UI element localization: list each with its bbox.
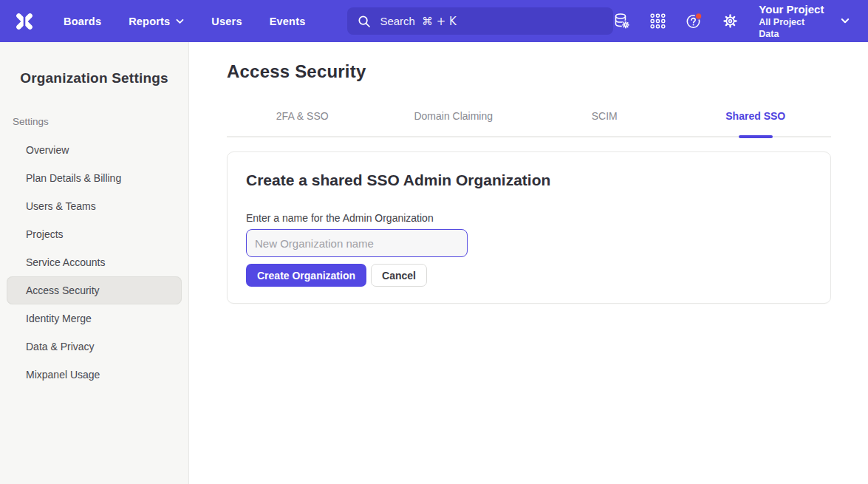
search-icon (358, 15, 371, 28)
main-content: Access Security 2FA & SSO Domain Claimin… (189, 42, 868, 484)
org-name-input[interactable] (246, 229, 468, 257)
sidebar-item-overview[interactable]: Overview (7, 136, 182, 164)
card-title: Create a shared SSO Admin Organization (246, 171, 812, 189)
project-selector-labels: Your Project All Project Data (759, 2, 824, 40)
navbar-icon-group (613, 13, 738, 30)
search-input[interactable]: Search ⌘ + K (347, 7, 613, 35)
sidebar-section-label: Settings (13, 116, 188, 127)
search-shortcut: ⌘ + K (422, 15, 457, 28)
mixpanel-logo-icon[interactable] (13, 10, 35, 33)
nav-reports-label: Reports (129, 16, 170, 27)
sidebar-nav-list: Overview Plan Details & Billing Users & … (0, 136, 188, 389)
tab-shared-sso[interactable]: Shared SSO (680, 110, 832, 136)
nav-events[interactable]: Events (270, 16, 306, 27)
help-icon[interactable] (686, 13, 703, 30)
org-settings-sidebar: Organization Settings Settings Overview … (0, 42, 189, 484)
sidebar-item-identity-merge[interactable]: Identity Merge (7, 304, 182, 333)
chevron-down-icon (841, 18, 850, 24)
mixpanel-logo-glyph (13, 10, 35, 33)
tab-2fa-sso[interactable]: 2FA & SSO (227, 110, 378, 136)
project-data-view: All Project Data (759, 16, 824, 40)
sidebar-item-service-accounts[interactable]: Service Accounts (7, 248, 182, 276)
tab-domain-claiming[interactable]: Domain Claiming (378, 110, 530, 136)
sidebar-item-projects[interactable]: Projects (7, 220, 182, 248)
org-name-label: Enter a name for the Admin Organization (246, 212, 812, 224)
project-name: Your Project (759, 2, 824, 16)
tab-scim[interactable]: SCIM (529, 110, 680, 136)
card-button-row: Create Organization Cancel (246, 264, 812, 287)
sidebar-item-data-privacy[interactable]: Data & Privacy (7, 333, 182, 361)
nav-users[interactable]: Users (211, 16, 242, 27)
apps-grid-icon[interactable] (650, 13, 666, 29)
search-placeholder: Search (380, 15, 415, 27)
top-navbar: Boards Reports Users Events Search ⌘ (0, 0, 868, 42)
cancel-button[interactable]: Cancel (371, 264, 427, 287)
sidebar-item-access-security[interactable]: Access Security (7, 276, 182, 304)
app-window: Boards Reports Users Events Search ⌘ (0, 0, 868, 484)
create-shared-sso-card: Create a shared SSO Admin Organization E… (227, 151, 831, 304)
nav-reports[interactable]: Reports (129, 16, 184, 27)
nav-boards[interactable]: Boards (64, 16, 101, 27)
page-title: Access Security (227, 61, 831, 82)
primary-nav: Boards Reports Users Events (64, 16, 305, 27)
sidebar-title: Organization Settings (0, 70, 188, 86)
tab-bar: 2FA & SSO Domain Claiming SCIM Shared SS… (227, 110, 831, 137)
create-organization-button[interactable]: Create Organization (246, 264, 366, 287)
project-selector[interactable]: Your Project All Project Data (759, 2, 850, 40)
settings-gear-icon[interactable] (722, 13, 738, 29)
sidebar-item-users-teams[interactable]: Users & Teams (7, 192, 182, 220)
sidebar-item-plan-details-billing[interactable]: Plan Details & Billing (7, 164, 182, 192)
sidebar-item-mixpanel-usage[interactable]: Mixpanel Usage (7, 361, 182, 389)
chevron-down-icon (176, 18, 184, 24)
notification-badge (696, 13, 703, 20)
data-management-icon[interactable] (613, 13, 630, 30)
